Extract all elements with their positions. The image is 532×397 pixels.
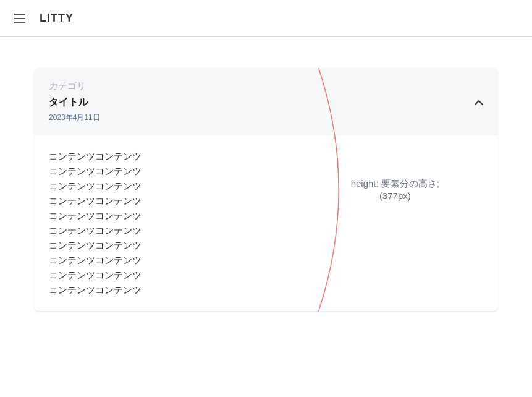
content-line: コンテンツコンテンツ xyxy=(49,194,483,208)
card-title: タイトル xyxy=(49,96,100,109)
content-line: コンテンツコンテンツ xyxy=(49,283,483,297)
content-line: コンテンツコンテンツ xyxy=(49,208,483,223)
card-body: コンテンツコンテンツコンテンツコンテンツコンテンツコンテンツコンテンツコンテンツ… xyxy=(34,135,498,311)
content-line: コンテンツコンテンツ xyxy=(49,179,483,194)
category-label: カテゴリ xyxy=(49,80,100,92)
card-date: 2023年4月11日 xyxy=(49,113,100,123)
main-content: カテゴリ タイトル 2023年4月11日 コンテンツコンテンツコンテンツコンテン… xyxy=(0,37,532,342)
app-header: LiTTY xyxy=(0,0,532,37)
card-header[interactable]: カテゴリ タイトル 2023年4月11日 xyxy=(34,68,498,135)
content-line: コンテンツコンテンツ xyxy=(49,149,483,164)
content-line: コンテンツコンテンツ xyxy=(49,268,483,283)
content-line: コンテンツコンテンツ xyxy=(49,253,483,268)
menu-icon[interactable] xyxy=(12,11,27,26)
card-header-left: カテゴリ タイトル 2023年4月11日 xyxy=(49,80,100,123)
content-line: コンテンツコンテンツ xyxy=(49,238,483,253)
content-lines: コンテンツコンテンツコンテンツコンテンツコンテンツコンテンツコンテンツコンテンツ… xyxy=(49,149,483,297)
chevron-up-icon[interactable] xyxy=(475,96,483,108)
content-line: コンテンツコンテンツ xyxy=(49,223,483,238)
content-line: コンテンツコンテンツ xyxy=(49,164,483,179)
accordion-card: カテゴリ タイトル 2023年4月11日 コンテンツコンテンツコンテンツコンテン… xyxy=(34,68,498,311)
logo: LiTTY xyxy=(40,12,74,25)
